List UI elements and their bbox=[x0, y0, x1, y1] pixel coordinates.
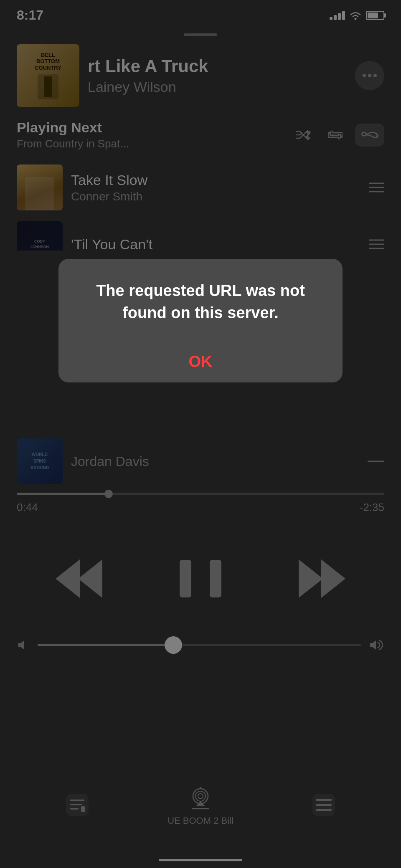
dialog-box: The requested URL was not found on this … bbox=[58, 259, 343, 382]
dialog-overlay: The requested URL was not found on this … bbox=[0, 0, 401, 868]
dialog-ok-button[interactable]: OK bbox=[58, 341, 343, 382]
dialog-message: The requested URL was not found on this … bbox=[58, 259, 343, 341]
